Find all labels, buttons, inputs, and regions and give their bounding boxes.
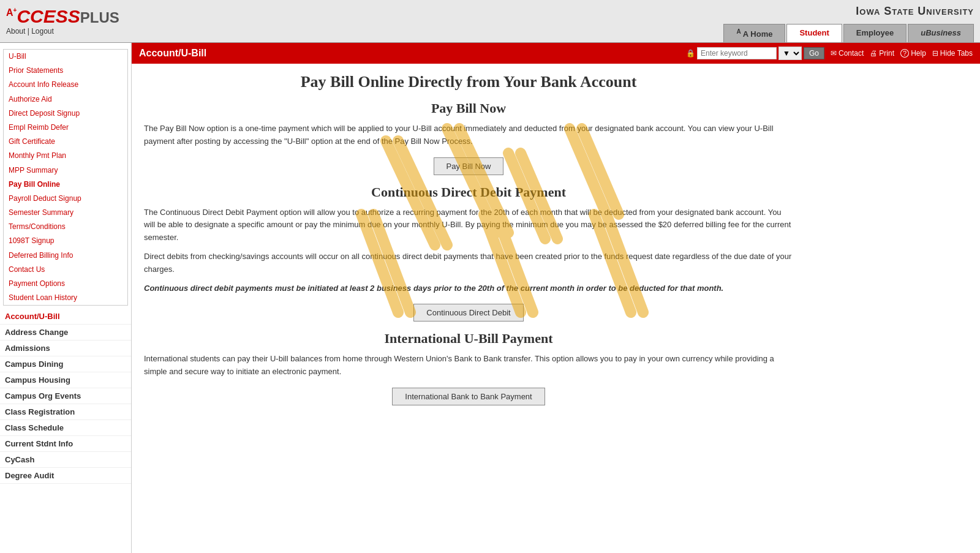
section2-text3: Continuous direct debit payments must be… xyxy=(144,282,793,295)
hidetabs-icon: ⊟ xyxy=(932,49,938,58)
sidebar-category-campus-dining[interactable]: Campus Dining xyxy=(0,356,131,372)
sidebar-category-campus-housing[interactable]: Campus Housing xyxy=(0,372,131,388)
section3-heading: International U-Bill Payment xyxy=(144,331,793,347)
sidebar-item-ubill[interactable]: U-Bill xyxy=(4,50,127,64)
sidebar-category-class-schedule[interactable]: Class Schedule xyxy=(0,420,131,436)
sidebar-item-authorize-aid[interactable]: Authorize Aid xyxy=(4,92,127,107)
section2-text1: The Continuous Direct Debit Payment opti… xyxy=(144,206,793,244)
tab-home[interactable]: A A Home xyxy=(723,24,785,42)
sidebar-categories-list: Account/U-BillAddress ChangeAdmissionsCa… xyxy=(0,309,131,484)
section1-text: The Pay Bill Now option is a one-time pa… xyxy=(144,122,793,148)
sidebar-item-monthly-pmt-plan[interactable]: Monthly Pmt Plan xyxy=(4,149,127,163)
top-bar: A+CCESSPLUS About | Logout Iowa State Un… xyxy=(0,0,980,43)
lock-icon: 🔒 xyxy=(686,49,695,58)
section1-heading: Pay Bill Now xyxy=(144,100,793,116)
international-payment-container: International Bank to Bank Payment xyxy=(144,388,793,405)
content-area: Account/U-Bill 🔒 ▼ Go ✉ Contact 🖨 Print xyxy=(132,43,980,553)
sidebar-item-account-info-release[interactable]: Account Info Release xyxy=(4,78,127,92)
sidebar-item-prior-statements[interactable]: Prior Statements xyxy=(4,64,127,78)
search-area: 🔒 ▼ Go xyxy=(686,47,824,60)
sidebar-category-class-registration[interactable]: Class Registration xyxy=(0,404,131,420)
sidebar-item-terms-conditions[interactable]: Terms/Conditions xyxy=(4,220,127,234)
help-tool[interactable]: ? Help xyxy=(900,49,926,58)
sidebar-item-empl-reimb-defer[interactable]: Empl Reimb Defer xyxy=(4,121,127,135)
about-logout-link[interactable]: About | Logout xyxy=(6,27,54,36)
sidebar-item-payroll-deduct-signup[interactable]: Payroll Deduct Signup xyxy=(4,192,127,206)
sidebar-category-degree-audit[interactable]: Degree Audit xyxy=(0,468,131,484)
sidebar-item-mpp-summary[interactable]: MPP Summary xyxy=(4,164,127,178)
continuous-direct-debit-button[interactable]: Continuous Direct Debit xyxy=(413,304,523,322)
sidebar-category-cycash[interactable]: CyCash xyxy=(0,452,131,468)
help-icon: ? xyxy=(900,49,909,58)
sidebar-category-admissions[interactable]: Admissions xyxy=(0,340,131,356)
sidebar-items-list: U-BillPrior StatementsAccount Info Relea… xyxy=(4,50,127,305)
international-bank-payment-button[interactable]: International Bank to Bank Payment xyxy=(392,388,545,405)
logo-area: A+CCESSPLUS About | Logout xyxy=(6,7,129,35)
search-input[interactable] xyxy=(697,47,777,59)
sidebar-item-deferred-billing-info[interactable]: Deferred Billing Info xyxy=(4,249,127,263)
sidebar-category-account-ubill[interactable]: Account/U-Bill xyxy=(0,309,131,325)
search-go-button[interactable]: Go xyxy=(804,47,824,59)
main-layout: ➔ U-BillPrior StatementsAccount Info Rel… xyxy=(0,43,980,553)
sidebar-category-address-change[interactable]: Address Change xyxy=(0,325,131,340)
logo[interactable]: A+CCESSPLUS xyxy=(6,7,119,25)
sidebar-item-student-loan-history[interactable]: Student Loan History xyxy=(4,291,127,305)
tab-employee[interactable]: Employee xyxy=(843,24,907,42)
sidebar-item-direct-deposit-signup[interactable]: Direct Deposit Signup xyxy=(4,107,127,121)
tab-student[interactable]: Student xyxy=(786,24,842,42)
content-header: Account/U-Bill 🔒 ▼ Go ✉ Contact 🖨 Print xyxy=(132,43,980,64)
nav-tabs: A A Home Student Employee uBusiness xyxy=(723,24,974,42)
sidebar-item-pay-bill-online[interactable]: Pay Bill Online xyxy=(4,178,127,192)
content-header-title: Account/U-Bill xyxy=(139,48,206,59)
header-tools: 🔒 ▼ Go ✉ Contact 🖨 Print ? Help xyxy=(686,47,973,60)
print-tool[interactable]: 🖨 Print xyxy=(870,49,894,58)
hidetabs-tool[interactable]: ⊟ Hide Tabs xyxy=(932,49,973,58)
isu-title: Iowa State University xyxy=(856,5,974,18)
pay-bill-now-container: Pay Bill Now xyxy=(144,157,793,175)
sidebar-item-1098t-signup[interactable]: 1098T Signup xyxy=(4,234,127,248)
main-content: Pay Bill Online Directly from Your Bank … xyxy=(132,64,805,424)
tab-ubusiness[interactable]: uBusiness xyxy=(908,24,974,42)
section3-text: International students can pay their U-b… xyxy=(144,353,793,378)
section2-text2: Direct debits from checking/savings acco… xyxy=(144,250,793,276)
sidebar-account-section: U-BillPrior StatementsAccount Info Relea… xyxy=(3,49,128,306)
continuous-direct-debit-container: Continuous Direct Debit xyxy=(144,304,793,322)
page-title: Pay Bill Online Directly from Your Bank … xyxy=(144,73,793,91)
sidebar-item-payment-options[interactable]: Payment Options xyxy=(4,277,127,291)
pay-bill-now-button[interactable]: Pay Bill Now xyxy=(434,157,504,175)
sidebar-item-gift-certificate[interactable]: Gift Certificate xyxy=(4,135,127,149)
print-icon: 🖨 xyxy=(870,49,877,58)
contact-tool[interactable]: ✉ Contact xyxy=(831,49,864,58)
a-icon: A xyxy=(736,28,741,35)
contact-icon: ✉ xyxy=(831,49,837,58)
sidebar: ➔ U-BillPrior StatementsAccount Info Rel… xyxy=(0,43,132,553)
section2-heading: Continuous Direct Debit Payment xyxy=(144,184,793,200)
sidebar-item-semester-summary[interactable]: Semester Summary xyxy=(4,206,127,220)
sidebar-category-campus-org-events[interactable]: Campus Org Events xyxy=(0,388,131,404)
sidebar-item-contact-us[interactable]: Contact Us xyxy=(4,263,127,277)
sidebar-category-current-stdnt-info[interactable]: Current Stdnt Info xyxy=(0,436,131,452)
search-dropdown[interactable]: ▼ xyxy=(778,47,802,60)
